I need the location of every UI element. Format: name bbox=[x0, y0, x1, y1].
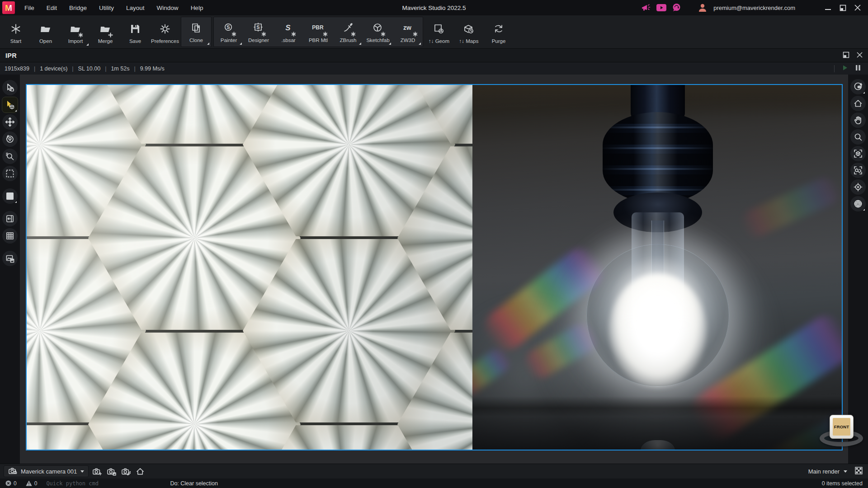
toolbar-button-label: Open bbox=[39, 38, 52, 44]
stat-sample-level: SL 10.00 bbox=[78, 66, 101, 72]
menu-file[interactable]: File bbox=[24, 5, 34, 11]
gizmo-front-face[interactable]: FRONT bbox=[833, 418, 850, 436]
user-icon[interactable] bbox=[698, 3, 708, 13]
toolbar-button-label: Start bbox=[10, 38, 21, 44]
camera-selector[interactable]: Maverick camera 001 bbox=[4, 465, 89, 477]
camera-bar: Maverick camera 001 Main render bbox=[0, 464, 868, 479]
flyout-corner bbox=[419, 42, 421, 45]
folder-plus-icon bbox=[100, 22, 111, 36]
error-count: 0 bbox=[14, 480, 17, 487]
render-viewport[interactable] bbox=[26, 84, 843, 450]
zoom-region-tool[interactable] bbox=[2, 149, 18, 164]
youtube-icon[interactable] bbox=[656, 3, 666, 13]
environment-sphere-tool[interactable] bbox=[850, 196, 866, 211]
stat-resolution: 1915x839 bbox=[5, 66, 29, 72]
frame-all-tool[interactable] bbox=[850, 163, 866, 178]
select-lock-tool[interactable] bbox=[2, 80, 18, 95]
titlebar: M File Edit Bridge Utility Layout Window… bbox=[0, 0, 868, 15]
marquee-select-tool[interactable] bbox=[2, 166, 18, 181]
dock-panel-tool[interactable] bbox=[2, 211, 18, 226]
restore-button[interactable] bbox=[838, 3, 848, 13]
megaphone-icon[interactable] bbox=[642, 3, 651, 13]
merge-button[interactable]: Merge bbox=[90, 16, 120, 47]
zoom-view-tool[interactable] bbox=[850, 129, 866, 145]
pan-view-tool[interactable] bbox=[850, 113, 866, 128]
flyout-corner bbox=[863, 92, 865, 94]
preferences-button[interactable]: Preferences bbox=[150, 16, 180, 47]
zbrush-button[interactable]: ZBrush bbox=[333, 17, 363, 47]
render-region-tool[interactable] bbox=[2, 188, 18, 204]
pause-icon[interactable] bbox=[855, 65, 861, 72]
menu-window[interactable]: Window bbox=[157, 5, 179, 11]
zw3d-button[interactable]: zw ZW3D bbox=[393, 17, 423, 47]
menu-help[interactable]: Help bbox=[191, 5, 203, 11]
menu-layout[interactable]: Layout bbox=[126, 5, 145, 11]
home-camera-button[interactable] bbox=[134, 465, 146, 477]
pattern-lighting-overlay bbox=[27, 85, 472, 450]
flyout-corner bbox=[15, 110, 17, 112]
toolbar-group-integrations: S Painter S Designer S .sbsar PBR bbox=[213, 17, 423, 47]
render-target-selector[interactable]: Main render bbox=[808, 467, 864, 476]
save-button[interactable]: Save bbox=[120, 16, 150, 47]
floppy-icon bbox=[130, 22, 140, 36]
status-bar: 0 0 Do: Clear selection 0 items selected bbox=[0, 479, 868, 488]
select-transform-tool[interactable] bbox=[2, 97, 18, 113]
painter-button[interactable]: S Painter bbox=[214, 17, 244, 47]
pbr-mtl-button[interactable]: PBR PBR Mtl bbox=[303, 17, 333, 47]
flyout-corner bbox=[863, 209, 865, 211]
svg-text:PBR: PBR bbox=[312, 24, 324, 31]
folder-asterisk-icon bbox=[70, 22, 81, 36]
designer-button[interactable]: S Designer bbox=[244, 17, 274, 47]
orbit-light-tool[interactable] bbox=[2, 131, 18, 147]
dock-panel-icon[interactable] bbox=[843, 52, 849, 60]
menu-bridge[interactable]: Bridge bbox=[69, 5, 87, 11]
grid-tool[interactable] bbox=[2, 228, 18, 244]
toolbar-button-label: Merge bbox=[98, 38, 113, 44]
ipr-panel-header: IPR bbox=[0, 49, 868, 62]
home-view-tool[interactable] bbox=[850, 96, 866, 111]
import-button[interactable]: Import bbox=[61, 16, 90, 47]
checker-expand-icon[interactable] bbox=[855, 467, 863, 476]
quick-python-cmd-input[interactable] bbox=[46, 480, 150, 487]
close-panel-icon[interactable] bbox=[857, 52, 863, 59]
start-button[interactable]: Start bbox=[1, 16, 31, 47]
sketchfab-button[interactable]: Sketchfab bbox=[363, 17, 393, 47]
edit-camera-button[interactable] bbox=[119, 465, 132, 477]
clone-button[interactable]: Clone bbox=[181, 17, 211, 47]
close-button[interactable] bbox=[853, 3, 863, 13]
menu-utility[interactable]: Utility bbox=[99, 5, 114, 11]
gizmo-cube[interactable]: FRONT bbox=[830, 415, 854, 439]
save-image-tool[interactable] bbox=[2, 251, 18, 266]
gear-icon bbox=[160, 22, 170, 36]
sbsar-button[interactable]: S .sbsar bbox=[274, 17, 303, 47]
maverick-studio-window: M File Edit Bridge Utility Layout Window… bbox=[0, 0, 868, 488]
ipr-stats-row: 1915x839 | 1 device(s) | SL 10.00 | 1m 5… bbox=[0, 62, 868, 75]
save-camera-button[interactable] bbox=[105, 465, 118, 477]
toolbar-button-label: Designer bbox=[248, 38, 269, 43]
play-icon[interactable] bbox=[842, 65, 848, 72]
workspace: FRONT bbox=[0, 75, 868, 464]
error-counter[interactable]: 0 bbox=[5, 480, 17, 487]
svg-text:zw: zw bbox=[403, 24, 411, 31]
purge-button[interactable]: Purge bbox=[484, 16, 514, 47]
open-button[interactable]: Open bbox=[31, 16, 61, 47]
orbit-camera-tool[interactable] bbox=[850, 79, 866, 94]
minimize-button[interactable] bbox=[823, 3, 833, 13]
geom-sync-button[interactable]: ↑↓ Geom bbox=[424, 16, 454, 47]
add-camera-button[interactable] bbox=[90, 465, 103, 477]
main-toolbar: Start Open Import Merge bbox=[0, 15, 868, 49]
stat-samples-per-second: 9.99 Ms/s bbox=[140, 66, 165, 72]
warning-counter[interactable]: 0 bbox=[26, 480, 38, 487]
stat-render-time: 1m 52s bbox=[111, 66, 129, 72]
maps-sync-button[interactable]: ↑↓ Maps bbox=[454, 16, 484, 47]
flyout-corner bbox=[207, 42, 209, 45]
account-email[interactable]: premium@maverickrender.com bbox=[713, 5, 795, 11]
move-tool[interactable] bbox=[2, 114, 18, 130]
zbrush-icon bbox=[343, 21, 354, 35]
view-orientation-gizmo[interactable]: FRONT bbox=[820, 415, 863, 446]
flyout-corner bbox=[240, 42, 242, 45]
frame-selection-tool[interactable] bbox=[850, 146, 866, 161]
support-chat-icon[interactable] bbox=[671, 3, 681, 13]
menu-edit[interactable]: Edit bbox=[47, 5, 57, 11]
focus-target-tool[interactable] bbox=[850, 179, 866, 195]
